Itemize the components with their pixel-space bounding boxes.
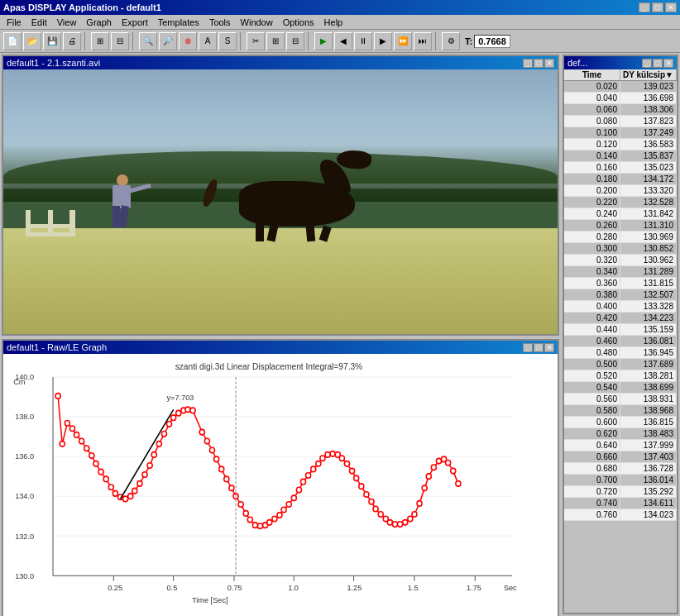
svg-point-47	[142, 472, 147, 478]
cell-value: 132.528	[620, 197, 677, 208]
menu-file[interactable]: File	[2, 16, 26, 29]
close-button[interactable]: ✕	[665, 2, 677, 12]
paste-button[interactable]: ⊟	[111, 32, 129, 50]
save-button[interactable]: 💾	[43, 32, 61, 50]
svg-point-62	[219, 466, 224, 472]
svg-point-39	[103, 476, 108, 482]
graph-close[interactable]: ✕	[544, 343, 554, 352]
cell-value: 136.728	[620, 463, 677, 474]
col-time-header: Time	[564, 69, 620, 80]
step-fwd-button[interactable]: ▶	[374, 32, 392, 50]
data-table-panel: def... _ □ ✕ Time DY külcsip▼ 0.020 139.…	[563, 55, 678, 614]
video-maximize[interactable]: □	[534, 59, 544, 68]
svg-point-34	[79, 438, 84, 444]
cell-value: 137.823	[620, 116, 677, 127]
svg-point-88	[344, 461, 349, 467]
graph-minimize[interactable]: _	[523, 343, 533, 352]
minimize-button[interactable]: _	[639, 2, 650, 12]
table-row: 0.520 138.281	[564, 370, 677, 382]
sep4	[308, 32, 311, 50]
svg-point-52	[167, 422, 172, 427]
pause-button[interactable]: ⏸	[354, 32, 372, 50]
table-row: 0.620 138.483	[564, 428, 677, 440]
svg-point-84	[325, 452, 330, 458]
menu-window[interactable]: Window	[236, 16, 278, 29]
zoom-in-button[interactable]: 🔍	[139, 32, 157, 50]
select-button[interactable]: S	[218, 32, 237, 50]
settings-button[interactable]: ⚙	[442, 32, 460, 50]
menu-view[interactable]: View	[52, 16, 82, 29]
maximize-button[interactable]: □	[652, 2, 663, 12]
svg-point-95	[378, 512, 383, 518]
cell-time: 0.660	[564, 451, 620, 462]
svg-point-61	[214, 456, 219, 462]
cell-time: 0.460	[564, 336, 620, 346]
print-button[interactable]: 🖨	[63, 32, 81, 50]
cell-time: 0.740	[564, 498, 620, 509]
svg-text:0.25: 0.25	[108, 582, 122, 591]
cell-time: 0.180	[564, 174, 620, 184]
table-title-buttons[interactable]: _ □ ✕	[642, 59, 673, 68]
svg-point-45	[132, 488, 137, 494]
cell-time: 0.440	[564, 324, 620, 335]
table-button[interactable]: ⊟	[286, 32, 304, 50]
cell-time: 0.560	[564, 394, 620, 404]
play-button[interactable]: ▶	[314, 32, 333, 50]
cell-value: 133.320	[620, 185, 677, 196]
menu-tools[interactable]: Tools	[204, 16, 236, 29]
stop-button[interactable]: ⊗	[179, 32, 197, 50]
svg-point-58	[199, 429, 204, 435]
menu-templates[interactable]: Templates	[153, 16, 204, 29]
video-title-buttons[interactable]: _ □ ✕	[523, 59, 554, 68]
cell-time: 0.240	[564, 208, 620, 219]
cell-time: 0.320	[564, 255, 620, 265]
text-button[interactable]: A	[199, 32, 217, 50]
fast-fwd-button[interactable]: ⏩	[394, 32, 412, 50]
graph-title-buttons[interactable]: _ □ ✕	[523, 343, 554, 352]
svg-point-57	[190, 408, 195, 413]
table-row: 0.260 131.310	[564, 220, 677, 232]
cell-time: 0.420	[564, 313, 620, 323]
graph-maximize[interactable]: □	[534, 343, 544, 352]
grid-button[interactable]: ⊞	[266, 32, 285, 50]
step-back-button[interactable]: ◀	[334, 32, 352, 50]
svg-point-110	[451, 468, 456, 474]
video-minimize[interactable]: _	[523, 59, 533, 68]
cell-time: 0.580	[564, 405, 620, 416]
table-maximize[interactable]: □	[653, 59, 663, 68]
table-row: 0.200 133.320	[564, 185, 677, 197]
cell-value: 131.842	[620, 208, 677, 219]
cell-value: 130.962	[620, 255, 677, 265]
cell-value: 136.698	[620, 93, 677, 103]
zoom-out-button[interactable]: 🔎	[159, 32, 177, 50]
svg-point-32	[69, 426, 74, 432]
svg-point-33	[74, 432, 79, 438]
app-title-buttons[interactable]: _ □ ✕	[639, 2, 677, 12]
svg-point-46	[137, 481, 142, 487]
new-button[interactable]: 📄	[3, 32, 22, 50]
svg-point-109	[446, 461, 451, 466]
run-button[interactable]: ✂	[247, 32, 265, 50]
svg-text:140.0: 140.0	[15, 372, 34, 381]
graph-line	[58, 396, 458, 526]
table-row: 0.360 131.815	[564, 278, 677, 289]
table-close[interactable]: ✕	[663, 59, 673, 68]
svg-point-77	[291, 495, 296, 501]
copy-button[interactable]: ⊞	[91, 32, 109, 50]
menu-graph[interactable]: Graph	[81, 16, 117, 29]
video-close[interactable]: ✕	[544, 59, 554, 68]
svg-text:1.25: 1.25	[347, 582, 362, 591]
table-body[interactable]: 0.020 139.023 0.040 136.698 0.060 138.30…	[564, 81, 677, 613]
table-row: 0.320 130.962	[564, 255, 677, 266]
table-minimize[interactable]: _	[642, 59, 652, 68]
menu-help[interactable]: Help	[319, 16, 348, 29]
open-button[interactable]: 📂	[23, 32, 41, 50]
menu-edit[interactable]: Edit	[26, 16, 52, 29]
graph-title-bar: default1 - Raw/LE Graph _ □ ✕	[3, 341, 558, 354]
menu-options[interactable]: Options	[278, 16, 319, 29]
last-button[interactable]: ⏭	[414, 32, 432, 50]
menu-export[interactable]: Export	[117, 16, 153, 29]
table-row: 0.300 130.852	[564, 243, 677, 255]
cell-time: 0.620	[564, 428, 620, 439]
cell-value: 133.328	[620, 301, 677, 312]
